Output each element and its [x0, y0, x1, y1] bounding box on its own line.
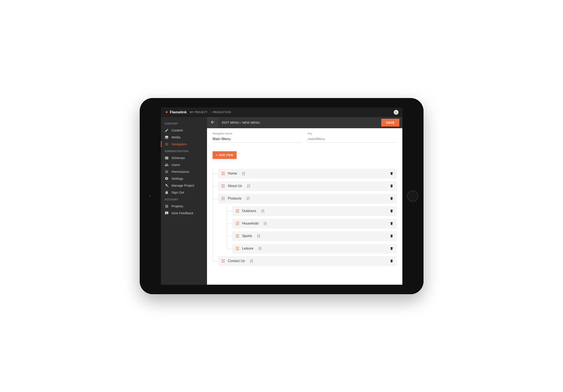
- trash-icon[interactable]: [390, 259, 394, 263]
- field-label: Navigation Name: [213, 132, 301, 135]
- sidebar-item-schemas[interactable]: Schemas: [161, 155, 207, 161]
- menu-item: Products[/]Outdoors[/]Household[/]Sports…: [218, 194, 397, 253]
- feedback-icon: [165, 211, 169, 215]
- pencil-icon: [165, 128, 169, 132]
- trash-icon[interactable]: [390, 196, 394, 200]
- content-area: Navigation Name Key + ADD ITEM: [207, 128, 402, 285]
- main: EDIT MENU / NEW MENU SAVE Navigation Nam…: [207, 117, 402, 285]
- drag-handle-icon[interactable]: [236, 209, 239, 212]
- top-bar: Flamelink MY PROJECT | PRODUCTION: [161, 108, 402, 117]
- sidebar-item-settings[interactable]: Settings: [161, 175, 207, 182]
- page-bar: EDIT MENU / NEW MENU SAVE: [207, 117, 402, 128]
- sidebar-item-label: Permissions: [172, 170, 189, 173]
- menu-item-title: About Us: [228, 184, 242, 188]
- key-input[interactable]: [308, 136, 397, 143]
- sidebar-item-label: Sign Out: [172, 191, 184, 194]
- menu-item-title: Sports: [242, 234, 252, 238]
- menu-item: About Us[/]: [218, 181, 397, 191]
- sidebar: CONTENTContentMediaNavigationADMINISTRAT…: [161, 117, 207, 285]
- back-button[interactable]: [207, 117, 218, 128]
- brand-logo[interactable]: Flamelink: [165, 110, 187, 114]
- sidebar-item-give-feedback[interactable]: Give Feedback: [161, 210, 207, 217]
- menu-item-row[interactable]: Household[/]: [232, 219, 397, 228]
- sidebar-item-label: Media: [172, 135, 180, 139]
- trash-icon[interactable]: [390, 172, 394, 175]
- menu-item-path: [/]: [250, 259, 253, 263]
- menu-item-path: [/]: [261, 209, 264, 213]
- menu-item-row[interactable]: Home[/]: [218, 169, 397, 178]
- sidebar-item-projects[interactable]: Projects: [161, 203, 207, 210]
- users-icon: [165, 163, 169, 167]
- tablet-home-button[interactable]: [407, 191, 418, 202]
- sidebar-item-label: Settings: [172, 177, 183, 180]
- avatar[interactable]: [394, 110, 398, 115]
- save-button[interactable]: SAVE: [381, 119, 399, 126]
- gear-icon: [165, 177, 169, 181]
- menu-item-path: [/]: [264, 221, 267, 225]
- menu-item-row[interactable]: Products[/]: [218, 194, 397, 203]
- add-item-label: ADD ITEM: [219, 153, 233, 157]
- menu-children: Outdoors[/]Household[/]Sports[/]Leisure[…: [227, 206, 397, 253]
- drag-handle-icon[interactable]: [236, 247, 239, 250]
- sidebar-item-media[interactable]: Media: [161, 134, 207, 141]
- sidebar-item-label: Projects: [172, 204, 183, 208]
- trash-icon[interactable]: [390, 234, 394, 238]
- tablet-frame: Flamelink MY PROJECT | PRODUCTION CONTEN…: [140, 98, 423, 294]
- sidebar-heading: ADMINISTRATION: [161, 148, 207, 155]
- trash-icon[interactable]: [390, 184, 394, 188]
- add-item-button[interactable]: + ADD ITEM: [213, 151, 237, 159]
- menu-item-title: Household: [242, 221, 259, 225]
- sidebar-item-label: Users: [172, 163, 180, 167]
- menu-item: Leisure[/]: [232, 244, 397, 253]
- flame-icon: [165, 110, 169, 114]
- sidebar-item-sign-out[interactable]: Sign Out: [161, 189, 207, 196]
- sidebar-heading: ACCOUNT: [161, 196, 207, 203]
- breadcrumb-item[interactable]: PRODUCTION: [213, 111, 231, 114]
- menu-item-title: Home: [228, 172, 237, 175]
- field-label: Key: [308, 132, 397, 135]
- menu-item-path: [/]: [247, 196, 249, 200]
- drag-handle-icon[interactable]: [221, 184, 225, 187]
- trash-icon[interactable]: [390, 246, 394, 250]
- drag-handle-icon[interactable]: [221, 172, 225, 175]
- app-screen: Flamelink MY PROJECT | PRODUCTION CONTEN…: [161, 108, 402, 285]
- sliders-icon: [165, 170, 169, 174]
- sidebar-item-content[interactable]: Content: [161, 127, 207, 134]
- menu-item-path: [/]: [257, 234, 260, 238]
- sidebar-item-navigation[interactable]: Navigation: [161, 141, 207, 148]
- menu-item-row[interactable]: Sports[/]: [232, 231, 397, 241]
- trash-icon[interactable]: [390, 221, 394, 225]
- navigation-name-field: Navigation Name: [213, 132, 301, 143]
- arrow-left-icon: [210, 120, 215, 125]
- menu-item-title: Contact Us: [228, 259, 245, 263]
- key-field: Key: [308, 132, 397, 143]
- sidebar-item-permissions[interactable]: Permissions: [161, 168, 207, 175]
- navigation-name-input[interactable]: [213, 136, 301, 143]
- sidebar-item-label: Manage Project: [172, 184, 194, 187]
- drag-handle-icon[interactable]: [236, 234, 239, 237]
- menu-item-path: [/]: [247, 184, 250, 188]
- lock-icon: [165, 191, 169, 194]
- sidebar-item-manage-project[interactable]: Manage Project: [161, 182, 207, 189]
- menu-item-path: [/]: [258, 246, 261, 250]
- drag-handle-icon[interactable]: [221, 197, 225, 200]
- menu-item-row[interactable]: Leisure[/]: [232, 244, 397, 253]
- drag-handle-icon[interactable]: [236, 222, 239, 225]
- drag-handle-icon[interactable]: [221, 259, 225, 262]
- menu-item-row[interactable]: About Us[/]: [218, 181, 397, 191]
- menu-item-row[interactable]: Contact Us[/]: [218, 256, 397, 266]
- id-card-icon: [165, 156, 169, 160]
- menu-item-row[interactable]: Outdoors[/]: [232, 206, 397, 216]
- breadcrumb-item[interactable]: MY PROJECT: [190, 111, 207, 114]
- menu-item: Home[/]: [218, 169, 397, 178]
- menu-item: Household[/]: [232, 219, 397, 228]
- page-title: EDIT MENU / NEW MENU: [222, 121, 260, 124]
- menu-item-path: [/]: [242, 172, 245, 175]
- brand-name: Flamelink: [170, 110, 187, 114]
- sidebar-item-label: Give Feedback: [172, 211, 193, 215]
- sidebar-item-label: Navigation: [172, 142, 187, 146]
- breadcrumb-sep: |: [210, 111, 210, 114]
- trash-icon[interactable]: [390, 209, 394, 213]
- sidebar-item-users[interactable]: Users: [161, 161, 207, 168]
- menu-item-title: Products: [228, 196, 242, 200]
